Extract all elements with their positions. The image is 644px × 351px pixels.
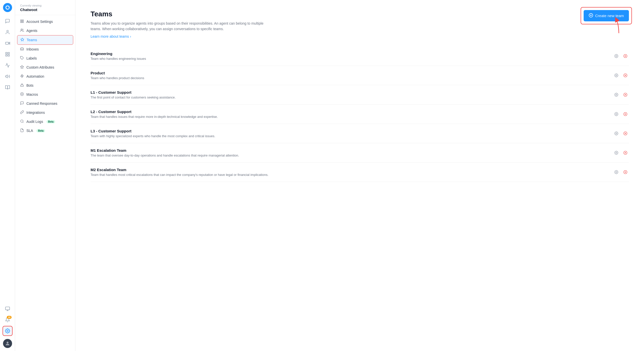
- plus-circle-icon: [589, 13, 593, 18]
- page-title: Teams: [91, 10, 272, 18]
- macros-icon: [20, 92, 24, 97]
- svg-point-34: [616, 56, 617, 57]
- sidebar-navigation: Account Settings Agents Teams Inboxes La: [15, 15, 75, 351]
- team-settings-button[interactable]: [613, 91, 620, 98]
- svg-rect-7: [8, 55, 9, 56]
- sidebar-item-macros[interactable]: Macros: [15, 90, 75, 99]
- user-avatar[interactable]: [3, 339, 12, 348]
- sidebar-item-agents[interactable]: Agents: [15, 26, 75, 35]
- screen-nav-icon[interactable]: [3, 304, 13, 314]
- learn-more-link[interactable]: Learn more about teams ›: [91, 34, 131, 38]
- sidebar-item-bots[interactable]: Bots: [15, 81, 75, 90]
- integrations-label: Integrations: [26, 111, 45, 115]
- notifications-nav-icon[interactable]: 28: [3, 315, 13, 325]
- sidebar-item-automation[interactable]: Automation: [15, 72, 75, 81]
- svg-point-46: [616, 114, 617, 115]
- sidebar-item-integrations[interactable]: Integrations: [15, 108, 75, 117]
- sidebar-item-custom-attributes[interactable]: Custom Attributes: [15, 63, 75, 72]
- automation-icon: [20, 74, 24, 79]
- team-actions: [613, 169, 629, 176]
- learn-more-label: Learn more about teams: [91, 34, 129, 38]
- team-delete-button[interactable]: [622, 149, 629, 156]
- team-info-l2: L2 - Customer Support Team that handles …: [91, 110, 218, 119]
- team-name: Product: [91, 71, 144, 75]
- contacts-nav-icon[interactable]: [3, 27, 13, 37]
- svg-point-13: [7, 342, 8, 343]
- reports-nav-icon[interactable]: [3, 60, 13, 70]
- sidebar-item-sla[interactable]: SLA Beta: [15, 126, 75, 135]
- sidebar-item-account-settings[interactable]: Account Settings: [15, 17, 75, 26]
- team-description: Team who handles engineering issues: [91, 57, 146, 61]
- svg-marker-8: [5, 75, 7, 78]
- team-settings-button[interactable]: [613, 72, 620, 79]
- audit-logs-label: Audit Logs: [26, 120, 43, 124]
- team-delete-button[interactable]: [622, 72, 629, 79]
- team-info-l3: L3 - Customer Support Team with highly s…: [91, 129, 215, 138]
- video-nav-icon[interactable]: [3, 38, 13, 48]
- team-actions: [613, 72, 629, 79]
- team-delete-button[interactable]: [622, 111, 629, 118]
- page-header: Teams Teams allow you to organize agents…: [91, 10, 629, 38]
- svg-point-23: [22, 84, 22, 84]
- sidebar-item-teams[interactable]: Teams: [17, 35, 73, 45]
- svg-rect-5: [8, 53, 9, 54]
- svg-rect-16: [21, 22, 22, 23]
- svg-point-18: [21, 29, 22, 30]
- table-row: Product Team who handles product decisio…: [91, 66, 629, 85]
- team-delete-button[interactable]: [622, 169, 629, 176]
- chevron-right-icon: ›: [130, 34, 131, 38]
- sidebar-item-inboxes[interactable]: Inboxes: [15, 45, 75, 54]
- sidebar-item-labels[interactable]: Labels: [15, 54, 75, 63]
- team-description: Team who handles product decisions: [91, 76, 144, 80]
- app-logo[interactable]: [3, 3, 12, 12]
- macros-label: Macros: [26, 92, 38, 96]
- svg-rect-22: [21, 85, 23, 86]
- inboxes-label: Inboxes: [26, 47, 39, 51]
- notification-badge: 28: [7, 316, 11, 319]
- team-settings-button[interactable]: [613, 149, 620, 156]
- team-description: The first point of contact for customers…: [91, 95, 176, 99]
- svg-rect-2: [5, 42, 9, 44]
- team-info-m2: M2 Escalation Team Team that handles mos…: [91, 168, 268, 177]
- integrations-icon: [20, 110, 24, 115]
- page-title-area: Teams Teams allow you to organize agents…: [91, 10, 272, 38]
- agents-label: Agents: [26, 29, 37, 33]
- team-actions: [613, 130, 629, 137]
- sidebar-item-audit-logs[interactable]: Audit Logs Beta: [15, 117, 75, 126]
- conversations-nav-icon[interactable]: [3, 16, 13, 26]
- create-team-button[interactable]: Create new team: [584, 10, 629, 21]
- workspace-name: Chatwoot: [20, 8, 70, 12]
- table-row: L1 - Customer Support The first point of…: [91, 85, 629, 105]
- main-content: Teams Teams allow you to organize agents…: [75, 0, 644, 351]
- svg-point-28: [22, 94, 23, 95]
- settings-nav-icon[interactable]: [3, 326, 13, 336]
- sidebar-item-canned-responses[interactable]: Canned Responses: [15, 99, 75, 108]
- team-delete-button[interactable]: [622, 91, 629, 98]
- team-settings-button[interactable]: [613, 169, 620, 176]
- campaigns-nav-icon[interactable]: [3, 71, 13, 81]
- svg-rect-17: [22, 22, 23, 23]
- team-actions: [613, 149, 629, 156]
- table-row: M1 Escalation Team The team that oversee…: [91, 143, 629, 163]
- create-team-label: Create new team: [595, 14, 624, 18]
- team-settings-button[interactable]: [613, 53, 620, 60]
- team-actions: [613, 111, 629, 118]
- bots-icon: [20, 83, 24, 88]
- team-description: Team with highly specialized experts who…: [91, 134, 215, 138]
- account-settings-label: Account Settings: [26, 20, 53, 24]
- team-description: Team that handles most critical escalati…: [91, 173, 268, 177]
- team-description: Team that handles issues that require mo…: [91, 115, 218, 119]
- custom-attributes-label: Custom Attributes: [26, 65, 54, 69]
- team-delete-button[interactable]: [622, 130, 629, 137]
- inbox-nav-icon[interactable]: [3, 49, 13, 59]
- svg-line-30: [23, 122, 23, 123]
- library-nav-icon[interactable]: [3, 82, 13, 92]
- team-settings-button[interactable]: [613, 111, 620, 118]
- team-delete-button[interactable]: [622, 53, 629, 60]
- teams-list: Engineering Team who handles engineering…: [91, 46, 629, 182]
- team-settings-button[interactable]: [613, 130, 620, 137]
- svg-rect-14: [21, 20, 22, 21]
- team-name: L2 - Customer Support: [91, 110, 218, 114]
- team-name: M1 Escalation Team: [91, 148, 239, 153]
- svg-point-29: [21, 120, 23, 122]
